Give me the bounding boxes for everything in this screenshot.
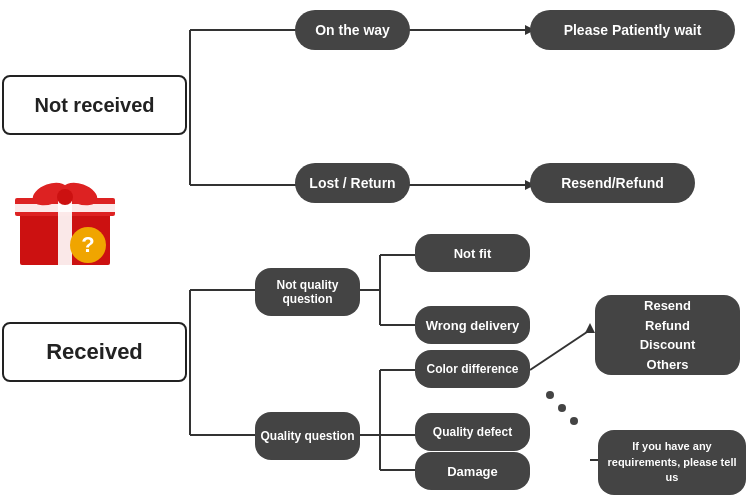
received-node: Received	[2, 322, 187, 382]
gift-icon: ?	[10, 170, 120, 270]
svg-point-23	[546, 391, 554, 399]
please-wait-node: Please Patiently wait	[530, 10, 735, 50]
svg-line-21	[530, 330, 590, 370]
damage-node: Damage	[415, 452, 530, 490]
not-quality-node: Not quality question	[255, 268, 360, 316]
color-diff-node: Color difference	[415, 350, 530, 388]
svg-point-24	[558, 404, 566, 412]
resend-refund-top-node: Resend/Refund	[530, 163, 695, 203]
quality-question-node: Quality question	[255, 412, 360, 460]
lost-return-node: Lost / Return	[295, 163, 410, 203]
svg-text:?: ?	[81, 232, 94, 257]
svg-rect-30	[15, 204, 115, 212]
requirements-node: If you have any requirements, please tel…	[598, 430, 746, 495]
svg-point-25	[570, 417, 578, 425]
svg-marker-22	[585, 323, 595, 333]
resend-options-node: Resend Refund Discount Others	[595, 295, 740, 375]
not-received-node: Not received	[2, 75, 187, 135]
not-fit-node: Not fit	[415, 234, 530, 272]
wrong-delivery-node: Wrong delivery	[415, 306, 530, 344]
on-the-way-node: On the way	[295, 10, 410, 50]
svg-point-33	[57, 189, 73, 205]
quality-defect-node: Quality defect	[415, 413, 530, 451]
